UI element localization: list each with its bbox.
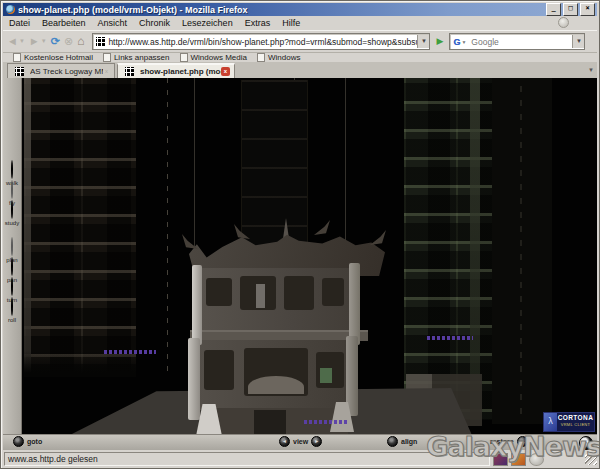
- status-bar: www.as.http.de gelesen: [3, 451, 597, 467]
- vrml-3d-viewport[interactable]: λ CORTONA VRML CLIENT: [22, 78, 597, 435]
- close-button[interactable]: ×: [580, 3, 595, 16]
- pagoda-pillar: [349, 263, 360, 345]
- go-button[interactable]: ▶: [433, 35, 446, 48]
- pagoda-window: [204, 350, 234, 390]
- navigation-toolbar: ◄ ▼ ► ▼ ⟳ ⊗ ⌂ ▼ ▶ G ▼ ▼: [3, 30, 597, 53]
- turn-icon: [11, 277, 13, 296]
- menu-bar: Datei Bearbeiten Ansicht Chronik Lesezei…: [3, 16, 597, 30]
- vrml-bottom-toolbar: goto ◄ view ► align restore: [3, 434, 597, 450]
- left-tower-building: [24, 78, 136, 376]
- vrml-navigation-sidebar: walk fly study plan pan turn roll: [3, 78, 22, 435]
- pagoda-door-opening: [254, 410, 286, 435]
- pagoda-pillar: [188, 338, 200, 420]
- restore-icon: [517, 436, 528, 447]
- home-icon[interactable]: ⌂: [77, 36, 84, 47]
- roof-horn: [314, 220, 330, 235]
- search-engine-dropdown-icon[interactable]: ▼: [461, 39, 466, 45]
- pagoda-annotation: [304, 420, 348, 424]
- tab-as-treck-logway[interactable]: AS Treck Logway MM x: [7, 63, 115, 78]
- view-prev-icon[interactable]: ◄: [279, 436, 290, 447]
- pagoda-interior-pillar: [256, 284, 265, 308]
- crescent-icon: [579, 436, 593, 450]
- menu-bearbeiten[interactable]: Bearbeiten: [36, 18, 92, 28]
- url-field: ▼: [92, 33, 430, 50]
- forward-icon[interactable]: ►: [29, 36, 40, 47]
- vrml-study-button[interactable]: study: [3, 201, 21, 226]
- url-dropdown-icon[interactable]: ▼: [417, 35, 429, 48]
- pagoda-window: [206, 278, 232, 306]
- status-image-icon[interactable]: [511, 453, 526, 466]
- pagoda-window: [284, 276, 314, 310]
- vrml-align-button[interactable]: align: [387, 436, 417, 447]
- roof-horn: [234, 224, 250, 239]
- browser-window: show-planet.php (model/vrml-Objekt) - Mo…: [0, 0, 600, 469]
- stop-icon[interactable]: ⊗: [64, 36, 73, 47]
- tab-favicon: [125, 67, 134, 76]
- pagoda-pillar: [192, 265, 202, 345]
- forward-dropdown-icon[interactable]: ▼: [41, 36, 47, 47]
- google-logo-icon[interactable]: G: [453, 37, 460, 47]
- bookmark-icon: [180, 53, 188, 62]
- content-area: walk fly study plan pan turn roll: [3, 78, 597, 435]
- bookmark-links-anpassen[interactable]: Links anpassen: [103, 53, 170, 62]
- status-loading-icon: [529, 453, 544, 466]
- tab-bar: AS Treck Logway MM x show-planet.php (mo…: [3, 62, 597, 79]
- url-input[interactable]: [108, 37, 417, 47]
- reload-icon[interactable]: ⟳: [51, 36, 60, 47]
- walk-icon: [11, 160, 13, 179]
- menu-extras[interactable]: Extras: [239, 18, 277, 28]
- bookmark-icon: [103, 53, 111, 62]
- window-title: show-planet.php (model/vrml-Objekt) - Mo…: [18, 5, 248, 15]
- vrml-restore-button[interactable]: restore: [490, 436, 528, 447]
- bookmark-icon: [13, 53, 21, 62]
- menu-ansicht[interactable]: Ansicht: [92, 18, 134, 28]
- roof-horn: [370, 230, 386, 245]
- roll-icon: [11, 297, 13, 316]
- menu-datei[interactable]: Datei: [3, 18, 36, 28]
- search-dropdown-icon[interactable]: ▼: [572, 35, 584, 48]
- right-tower-annotation: [427, 336, 473, 340]
- menu-hilfe[interactable]: Hilfe: [276, 18, 306, 28]
- cortona-figure-icon: λ: [544, 413, 557, 431]
- goto-icon: [13, 436, 24, 447]
- back-dropdown-icon[interactable]: ▼: [19, 36, 25, 47]
- minimize-button[interactable]: _: [546, 3, 561, 16]
- vrml-goto-button[interactable]: goto: [13, 436, 42, 447]
- pagoda-window: [322, 278, 344, 306]
- plan-icon: [11, 237, 13, 256]
- throbber-icon: [558, 17, 569, 28]
- fly-icon: [11, 180, 13, 199]
- view-next-icon[interactable]: ►: [311, 436, 322, 447]
- title-bar: show-planet.php (model/vrml-Objekt) - Mo…: [3, 3, 597, 16]
- menu-lesezeichen[interactable]: Lesezeichen: [176, 18, 239, 28]
- right-tower-building: [404, 78, 494, 420]
- bookmark-windows[interactable]: Windows: [257, 53, 300, 62]
- wire-line: [167, 78, 168, 378]
- search-field: G ▼ ▼: [449, 33, 585, 50]
- pagoda-structure: [182, 218, 392, 435]
- bookmark-kostenlose-hotmail[interactable]: Kostenlose Hotmail: [13, 53, 93, 62]
- align-icon: [387, 436, 398, 447]
- status-text: www.as.http.de gelesen: [4, 452, 490, 466]
- vrml-roll-button[interactable]: roll: [3, 298, 21, 323]
- cortona-vrml-client-logo: λ CORTONA VRML CLIENT: [543, 412, 595, 432]
- pan-icon: [11, 257, 13, 276]
- tab-show-planet[interactable]: show-planet.php (model/... x: [117, 63, 235, 78]
- vrml-fit-button[interactable]: [579, 436, 593, 450]
- left-tower-annotation: [104, 350, 156, 354]
- status-image-icon[interactable]: [493, 453, 508, 466]
- bookmark-windows-media[interactable]: Windows Media: [180, 53, 247, 62]
- tab-list-dropdown-icon[interactable]: ▼: [588, 67, 594, 73]
- back-icon[interactable]: ◄: [7, 36, 18, 47]
- tab-close-icon[interactable]: x: [221, 67, 230, 76]
- far-right-building-silhouette: [492, 78, 552, 424]
- tab-close-icon[interactable]: x: [103, 68, 110, 75]
- menu-chronik[interactable]: Chronik: [133, 18, 176, 28]
- search-input[interactable]: [469, 36, 572, 48]
- maximize-button[interactable]: □: [563, 3, 578, 16]
- resize-grip[interactable]: [585, 453, 597, 465]
- pagoda-interior-object: [320, 368, 332, 383]
- vrml-view-controls: ◄ view ►: [279, 436, 322, 447]
- tab-favicon: [15, 67, 24, 76]
- bookmark-icon: [257, 53, 265, 62]
